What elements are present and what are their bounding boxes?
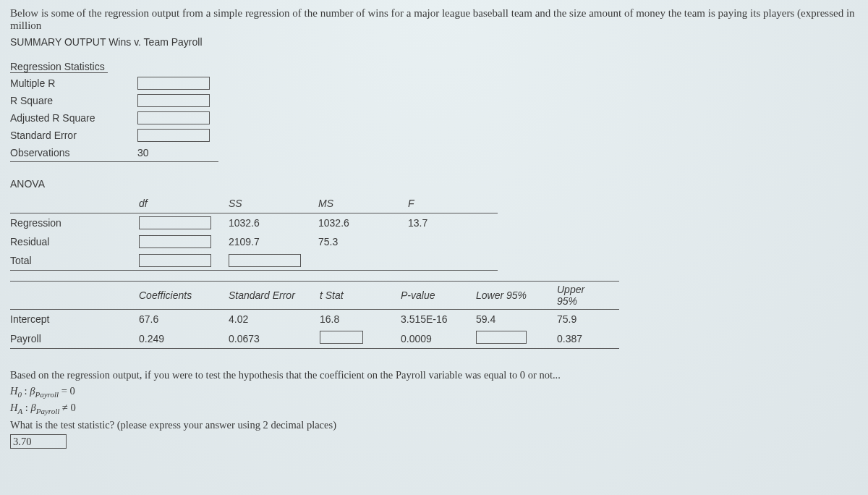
summary-output-title: SUMMARY OUTPUT Wins v. Team Payroll [10,36,861,48]
anova-regression-label: Regression [10,213,139,233]
observations-label: Observations [10,144,137,162]
anova-residual-ss: 2109.7 [229,232,318,251]
multiple-r-label: Multiple R [10,75,137,92]
adj-r-square-label: Adjusted R Square [10,109,137,127]
anova-hdr-ss: SS [229,194,318,213]
anova-regression-ms: 1032.6 [318,213,408,233]
payroll-label: Payroll [10,329,139,349]
r-square-label: R Square [10,92,137,109]
anova-regression-f: 13.7 [408,213,498,233]
question-line1: Based on the regression output, if you w… [10,368,861,384]
coef-hdr-u95a: Upper [557,284,584,295]
coef-hdr-coefficients: Coefficients [139,282,229,310]
anova-residual-label: Residual [10,232,139,251]
payroll-coef: 0.249 [139,329,229,349]
coef-hdr-t: t Stat [320,282,401,310]
intercept-label: Intercept [10,310,139,329]
anova-total-ss-input[interactable] [229,254,301,267]
anova-residual-df-input[interactable] [139,235,211,248]
anova-hdr-df: df [139,194,229,213]
coef-hdr-se: Standard Error [229,282,320,310]
anova-hdr-ms: MS [318,194,408,213]
anova-residual-ms: 75.3 [318,232,408,251]
intercept-se: 4.02 [229,310,320,329]
intercept-p: 3.515E-16 [401,310,476,329]
regression-statistics-table: Multiple R R Square Adjusted R Square St… [10,75,218,162]
payroll-u95: 0.387 [557,329,619,349]
anova-title: ANOVA [10,178,861,190]
payroll-p: 0.0009 [401,329,476,349]
std-error-input[interactable] [137,129,210,142]
intercept-u95: 75.9 [557,310,619,329]
intercept-coef: 67.6 [139,310,229,329]
intro-text: Below is some of the regression output f… [10,7,861,32]
anova-total-label: Total [10,251,139,271]
hypothesis-h0: H0 : βPayroll = 0 [10,384,861,400]
hypothesis-ha: HA : βPayroll ≠ 0 [10,400,861,417]
anova-regression-df-input[interactable] [139,216,211,229]
coefficients-table: Coefficients Standard Error t Stat P-val… [10,281,619,349]
payroll-se: 0.0673 [229,329,320,349]
observations-value: 30 [137,147,149,158]
multiple-r-input[interactable] [137,77,210,90]
coef-hdr-l95: Lower 95% [476,282,557,310]
question-block: Based on the regression output, if you w… [10,368,861,450]
question-line4: What is the test statistic? (please expr… [10,418,861,433]
payroll-l95-input[interactable] [476,331,527,344]
regression-statistics-title: Regression Statistics [10,61,108,73]
coef-hdr-u95b: 95% [557,295,577,307]
answer-input[interactable]: 3.70 [10,434,67,449]
adj-r-square-input[interactable] [137,111,210,124]
payroll-tstat-input[interactable] [320,331,363,344]
anova-total-df-input[interactable] [139,254,211,267]
coef-hdr-p: P-value [401,282,476,310]
intercept-l95: 59.4 [476,310,557,329]
intercept-t: 16.8 [320,310,401,329]
anova-hdr-f: F [408,194,498,213]
r-square-input[interactable] [137,94,210,107]
anova-table: df SS MS F Regression 1032.6 1032.6 13.7… [10,194,498,271]
std-error-label: Standard Error [10,127,137,144]
anova-regression-ss: 1032.6 [229,213,318,233]
